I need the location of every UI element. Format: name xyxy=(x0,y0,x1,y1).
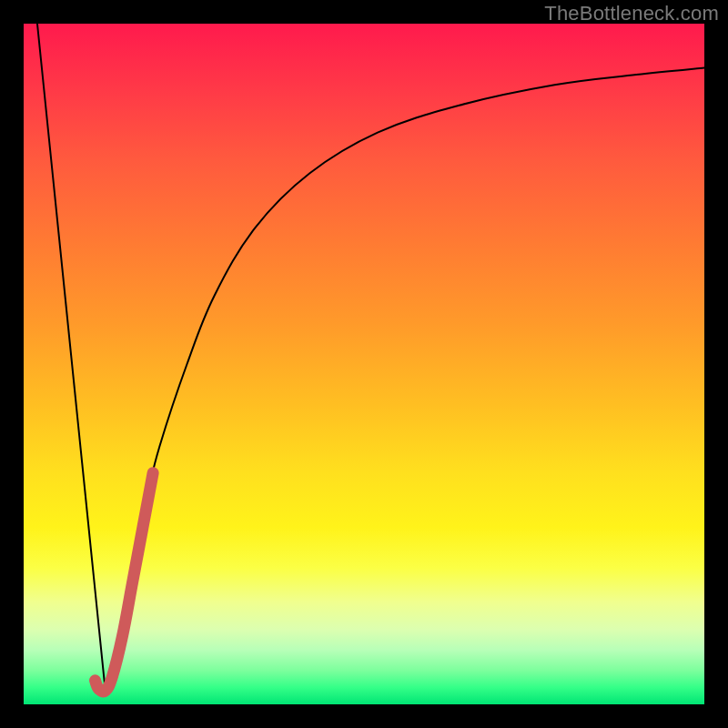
curve-layer xyxy=(24,24,704,704)
watermark-label: TheBottleneck.com xyxy=(544,2,719,25)
series-left-descent xyxy=(37,24,106,691)
chart-frame: TheBottleneck.com xyxy=(0,0,728,728)
series-right-curve xyxy=(106,68,704,691)
plot-area xyxy=(24,24,704,704)
series-highlight-j xyxy=(96,473,154,692)
